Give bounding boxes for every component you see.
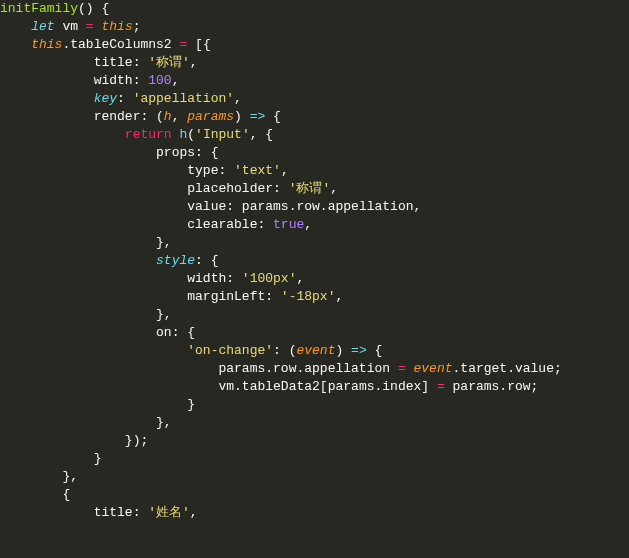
params-row: params.row [453,379,531,394]
render-key: render [94,109,141,124]
params-row-appellation: params.row.appellation [242,199,414,214]
clearable-key: clearable [187,217,257,232]
title-key: title [94,55,133,70]
style-key: style [156,253,195,268]
value-key: value [187,199,226,214]
vm-var: vm [62,19,78,34]
event-target-value: .target.value [453,361,554,376]
params-index: params.index [328,379,422,394]
key-key: key [94,91,117,106]
width-key: width [94,73,133,88]
fn-name: initFamily [0,1,78,16]
marginLeft-key: marginLeft [187,289,265,304]
input-str: 'Input' [195,127,250,142]
event-param: event [414,361,453,376]
h-param: h [164,109,172,124]
title-key: title [94,505,133,520]
on-change-key: 'on-change' [187,343,273,358]
tableColumns2: tableColumns2 [70,37,171,52]
event-param: event [296,343,335,358]
code-editor[interactable]: initFamily() { let vm = this; this.table… [0,0,629,522]
width-val: 100 [148,73,171,88]
return-kw: return [125,127,172,142]
tableData2: tableData2 [242,379,320,394]
type-key: type [187,163,218,178]
style-width-val: '100px' [242,271,297,286]
let-keyword: let [31,19,54,34]
placeholder-key: placeholder [187,181,273,196]
title-val2: '姓名' [148,505,190,520]
params-row-appellation: params.row.appellation [218,361,390,376]
true-val: true [273,217,304,232]
width-key: width [187,271,226,286]
key-val: 'appellation' [133,91,234,106]
props-key: props [156,145,195,160]
placeholder-val: '称谓' [289,181,331,196]
this-kw: this [31,37,62,52]
this-kw: this [101,19,132,34]
title-val: '称谓' [148,55,190,70]
params-param: params [187,109,234,124]
type-val: 'text' [234,163,281,178]
marginLeft-val: '-18px' [281,289,336,304]
on-key: on [156,325,172,340]
